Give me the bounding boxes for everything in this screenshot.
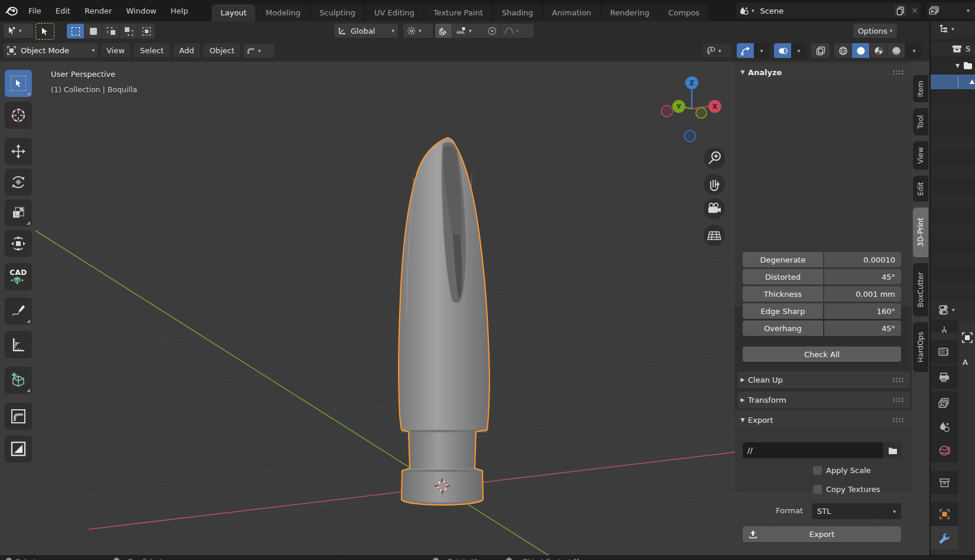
sidebar-tab-boxcutter[interactable]: BoxCutter [913, 263, 928, 316]
sidebar-tab-view[interactable]: View [913, 141, 928, 170]
menu-help[interactable]: Help [164, 0, 196, 21]
gizmo-axis-negz[interactable] [685, 131, 696, 142]
model-boquilla[interactable] [399, 138, 490, 506]
scene-name[interactable]: Scene [760, 7, 784, 15]
workspace-tab-uv-editing[interactable]: UV Editing [365, 4, 423, 21]
menu-object[interactable]: Object [203, 43, 240, 58]
apply-scale-checkbox[interactable] [813, 466, 822, 475]
check-overhang-button[interactable]: Overhang [743, 321, 823, 336]
transform-panel-header[interactable]: ▶Transform [737, 391, 910, 408]
check-edge-sharp-button[interactable]: Edge Sharp [743, 303, 823, 319]
thickness-value[interactable]: 0.001 mm [824, 286, 901, 302]
active-tool-dropdown[interactable]: ▾ [4, 24, 33, 38]
select-mode-new-button[interactable] [67, 24, 84, 38]
outliner-row-collection[interactable]: ▼ [931, 58, 975, 73]
workspace-tab-texture-paint[interactable]: Texture Paint [425, 4, 492, 21]
distorted-value[interactable]: 45° [824, 269, 901, 284]
sidebar-tab-edit[interactable]: Edit [913, 176, 928, 202]
tool-select-box[interactable] [5, 70, 32, 97]
select-mode-intersect-button[interactable] [138, 24, 155, 38]
select-mode-extend-button[interactable] [85, 24, 102, 38]
overhang-value[interactable]: 45° [824, 321, 901, 336]
tool-annotate[interactable] [5, 297, 32, 325]
shading-material-button[interactable] [870, 43, 887, 58]
tab-output-properties-icon[interactable] [931, 365, 958, 389]
camera-view-button[interactable] [704, 198, 725, 219]
view-layer-icon[interactable] [929, 5, 940, 16]
menu-render[interactable]: Render [77, 0, 119, 21]
orthographic-grid-button[interactable] [704, 225, 725, 246]
tool-add-cube[interactable] [5, 367, 32, 394]
tab-collection-properties-icon[interactable] [931, 471, 958, 494]
sidebar-tab-tool[interactable]: Tool [913, 108, 928, 135]
folder-browse-button[interactable] [884, 442, 902, 458]
menu-edit[interactable]: Edit [48, 0, 77, 21]
select-mode-subtract-button[interactable] [102, 24, 119, 38]
tool-transform[interactable] [5, 230, 32, 257]
tab-modifier-properties-icon[interactable] [931, 526, 958, 550]
active-tool-tweak-button[interactable] [35, 23, 54, 40]
check-thickness-button[interactable]: Thickness [743, 286, 823, 302]
gizmos-dropdown[interactable]: ▾ [754, 43, 769, 58]
expand-triangle-icon[interactable]: ▼ [955, 63, 960, 69]
scene-icon[interactable] [738, 5, 749, 16]
clean-up-panel-header[interactable]: ▶Clean Up [737, 371, 910, 388]
shading-wireframe-button[interactable] [834, 43, 851, 58]
shading-solid-button[interactable] [852, 43, 869, 58]
blender-logo-icon[interactable] [5, 4, 19, 18]
menu-add[interactable]: Add [173, 43, 200, 58]
panel-drag-handle[interactable] [892, 70, 904, 75]
sidebar-tab-item[interactable]: Item [913, 75, 928, 102]
select-mode-invert-button[interactable] [120, 24, 137, 38]
menu-file[interactable]: File [21, 0, 48, 21]
tab-render-properties-icon[interactable] [931, 340, 958, 364]
transform-orientation-dropdown[interactable]: Global ▾ [334, 24, 398, 38]
workspace-tab-layout[interactable]: Layout [212, 4, 255, 21]
workspace-tab-animation[interactable]: Animation [543, 4, 600, 21]
tool-cad-transform[interactable]: CAD [5, 263, 32, 290]
sidebar-tab-3d-print[interactable]: 3D-Print [913, 208, 928, 257]
shading-rendered-button[interactable] [887, 43, 905, 58]
export-path-field[interactable]: // [743, 442, 883, 458]
snap-toggle-button[interactable] [435, 24, 452, 38]
edge-sharp-value[interactable]: 160° [824, 303, 901, 319]
outliner-display-mode-dropdown[interactable]: ▾ [939, 24, 975, 34]
navigation-gizmo[interactable]: Z Y X [662, 76, 722, 142]
outliner-row-scene-collection[interactable]: S [931, 41, 975, 56]
tool-boxcutter-corner[interactable] [5, 403, 32, 430]
sidebar-tab-hardops[interactable]: HardOps [913, 322, 928, 372]
workspace-tab-shading[interactable]: Shading [493, 4, 542, 21]
tab-object-properties-icon[interactable] [931, 502, 958, 526]
check-distorted-button[interactable]: Distorted [743, 269, 823, 284]
export-panel-header[interactable]: ▼Export [737, 412, 910, 428]
tool-move[interactable] [5, 138, 32, 165]
tool-fallback-dropdown[interactable]: ▾ [244, 44, 274, 58]
menu-select[interactable]: Select [134, 43, 170, 58]
options-dropdown[interactable]: Options ▾ [853, 24, 897, 38]
copy-textures-row[interactable]: Copy Textures [813, 485, 880, 494]
export-button[interactable]: Export [743, 526, 901, 542]
unlink-scene-icon[interactable]: ✕ [911, 6, 918, 15]
snap-settings-dropdown[interactable]: ▾ [452, 24, 487, 38]
overlays-toggle[interactable] [774, 43, 791, 58]
apply-scale-row[interactable]: Apply Scale [813, 466, 871, 475]
proportional-falloff-dropdown[interactable]: ▾ [501, 24, 534, 38]
tool-scale[interactable] [5, 199, 32, 226]
pivot-point-dropdown[interactable]: ▾ [403, 24, 433, 38]
tab-world-properties-icon[interactable] [931, 439, 958, 462]
check-degenerate-button[interactable]: Degenerate [743, 252, 823, 267]
overlays-dropdown[interactable]: ▾ [791, 43, 806, 58]
check-all-button[interactable]: Check All [743, 347, 901, 362]
analyze-panel-header[interactable]: ▼ Analyze [737, 64, 910, 80]
menu-window[interactable]: Window [119, 0, 163, 21]
menu-view[interactable]: View [101, 43, 131, 58]
scene-selector-chevron[interactable]: ▾ [752, 8, 754, 14]
workspace-tab-compositing[interactable]: Compos [659, 4, 708, 21]
pan-hand-button[interactable] [704, 174, 725, 195]
tool-rotate[interactable] [5, 169, 32, 196]
outliner-row-selected-object[interactable] [931, 75, 975, 89]
workspace-tab-rendering[interactable]: Rendering [601, 4, 658, 21]
new-scene-icon[interactable] [895, 5, 906, 17]
proportional-editing-button[interactable] [484, 24, 500, 38]
workspace-tab-sculpting[interactable]: Sculpting [310, 4, 364, 21]
